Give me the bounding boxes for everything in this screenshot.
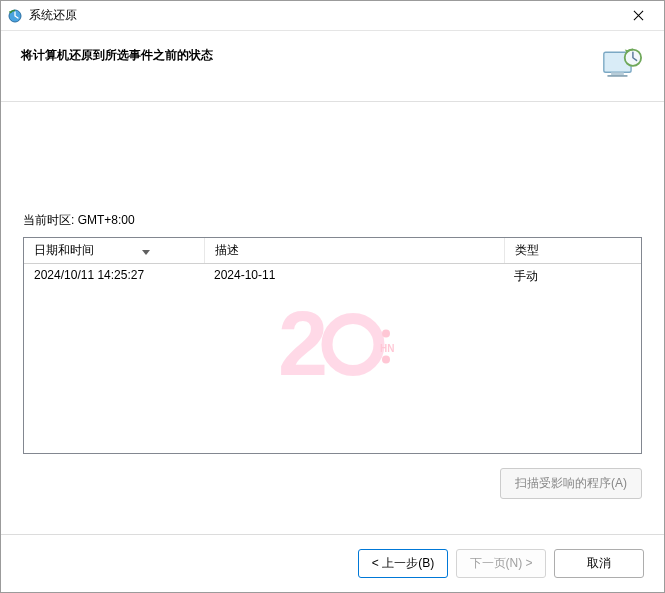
watermark: 2 HN	[258, 289, 408, 402]
column-header-type[interactable]: 类型	[504, 238, 641, 264]
svg-text:HN: HN	[380, 342, 394, 353]
scan-affected-programs-button[interactable]: 扫描受影响的程序(A)	[500, 468, 642, 499]
window-title: 系统还原	[29, 7, 618, 24]
svg-point-9	[382, 355, 390, 363]
wizard-header: 将计算机还原到所选事件之前的状态	[1, 31, 664, 101]
restore-points-table: 日期和时间 描述 类型	[24, 238, 641, 289]
column-header-date[interactable]: 日期和时间	[24, 238, 204, 264]
timezone-label: 当前时区: GMT+8:00	[23, 212, 642, 229]
cell-desc: 2024-10-11	[204, 264, 504, 290]
content-area: 当前时区: GMT+8:00 日期和时间 描述	[1, 102, 664, 534]
restore-monitor-icon	[600, 45, 644, 85]
svg-point-7	[382, 329, 390, 337]
titlebar: 系统还原	[1, 1, 664, 31]
svg-rect-2	[611, 72, 624, 75]
back-button[interactable]: < 上一步(B)	[358, 549, 448, 578]
restore-points-table-container: 日期和时间 描述 类型	[23, 237, 642, 454]
column-header-date-label: 日期和时间	[34, 243, 94, 257]
scan-row: 扫描受影响的程序(A)	[23, 468, 642, 499]
column-header-desc-label: 描述	[215, 243, 239, 257]
next-button: 下一页(N) >	[456, 549, 546, 578]
column-header-type-label: 类型	[515, 243, 539, 257]
system-restore-icon	[7, 8, 23, 24]
svg-rect-3	[607, 75, 627, 77]
sort-desc-icon	[142, 244, 150, 258]
cell-date: 2024/10/11 14:25:27	[24, 264, 204, 290]
table-row[interactable]: 2024/10/11 14:25:27 2024-10-11 手动	[24, 264, 641, 290]
wizard-heading: 将计算机还原到所选事件之前的状态	[21, 45, 600, 64]
system-restore-window: 系统还原 将计算机还原到所选事件之前的状态 当前时区: GMT+8:00	[0, 0, 665, 593]
table-header-row: 日期和时间 描述 类型	[24, 238, 641, 264]
column-header-desc[interactable]: 描述	[204, 238, 504, 264]
cancel-button[interactable]: 取消	[554, 549, 644, 578]
wizard-footer: < 上一步(B) 下一页(N) > 取消	[1, 534, 664, 592]
cell-type: 手动	[504, 264, 641, 290]
close-button[interactable]	[618, 2, 658, 30]
svg-text:2: 2	[278, 293, 328, 393]
svg-point-6	[327, 318, 379, 370]
